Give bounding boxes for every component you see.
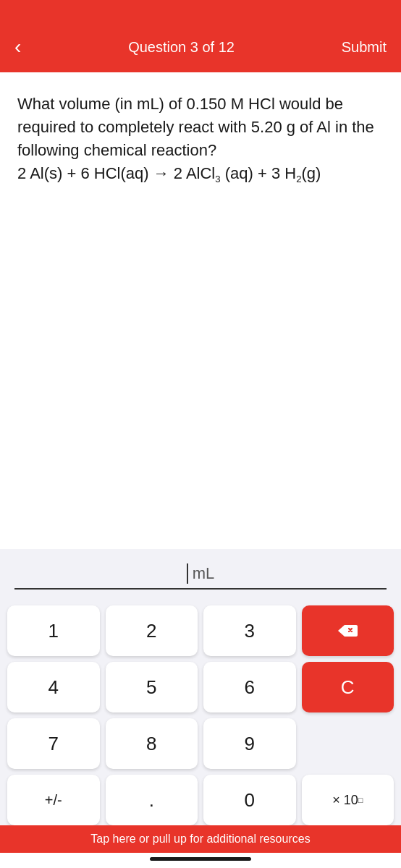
key-backspace[interactable] <box>302 605 394 656</box>
key-0[interactable]: 0 <box>203 775 296 825</box>
key-5[interactable]: 5 <box>106 662 198 712</box>
key-1[interactable]: 1 <box>7 605 100 656</box>
answer-input-row[interactable]: mL <box>14 563 387 590</box>
key-6[interactable]: 6 <box>203 662 296 712</box>
header: ‹ Question 3 of 12 Submit <box>0 0 401 72</box>
key-3[interactable]: 3 <box>203 605 296 656</box>
key-decimal[interactable]: . <box>106 775 198 825</box>
bottom-bar[interactable]: Tap here or pull up for additional resou… <box>0 825 401 853</box>
key-x100[interactable]: × 10□ <box>302 775 394 825</box>
question-area: What volume (in mL) of 0.150 M HCl would… <box>0 72 401 549</box>
input-section: mL <box>0 549 401 600</box>
home-indicator <box>0 853 401 868</box>
keypad-grid: 1 2 3 4 5 6 C 7 8 9 +/- . 0 × 10□ <box>7 605 394 825</box>
key-8[interactable]: 8 <box>106 718 198 769</box>
key-7[interactable]: 7 <box>7 718 100 769</box>
key-4[interactable]: 4 <box>7 662 100 712</box>
submit-button[interactable]: Submit <box>342 39 387 56</box>
input-unit-label: mL <box>193 564 215 583</box>
keypad: 1 2 3 4 5 6 C 7 8 9 +/- . 0 × 10□ <box>0 600 401 825</box>
key-empty-1 <box>302 718 394 769</box>
question-progress: Question 3 of 12 <box>128 39 235 56</box>
key-sign[interactable]: +/- <box>7 775 100 825</box>
key-clear[interactable]: C <box>302 662 394 712</box>
back-button[interactable]: ‹ <box>14 37 21 57</box>
resources-label: Tap here or pull up for additional resou… <box>90 833 310 846</box>
question-text: What volume (in mL) of 0.150 M HCl would… <box>17 93 384 186</box>
indicator-bar <box>150 857 251 861</box>
text-cursor <box>187 563 188 584</box>
key-2[interactable]: 2 <box>106 605 198 656</box>
key-9[interactable]: 9 <box>203 718 296 769</box>
